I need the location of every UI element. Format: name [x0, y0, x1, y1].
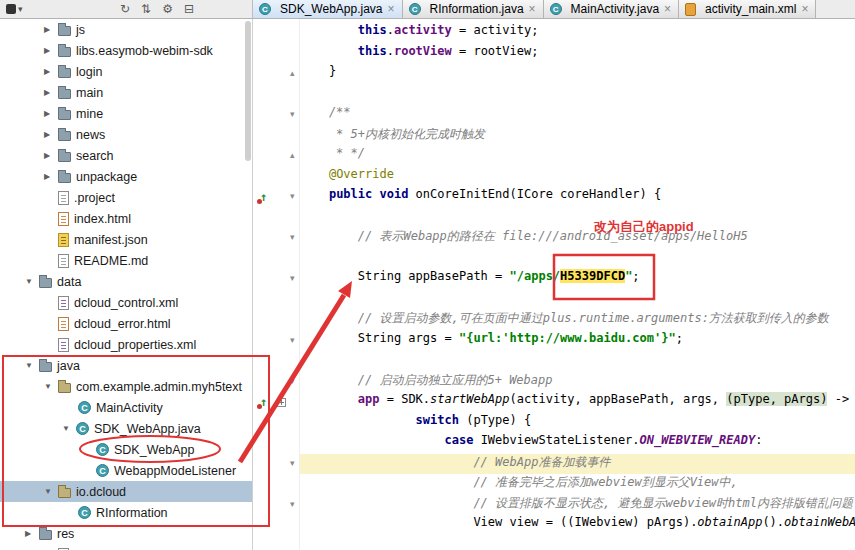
chevron-down-icon[interactable]: ▼ — [62, 424, 76, 433]
chevron-right-icon[interactable]: ▶ — [44, 109, 58, 118]
code-line[interactable]: @Override — [300, 167, 855, 188]
tree-item-js[interactable]: ▶js — [0, 19, 252, 40]
code-line[interactable]: case IWebviewStateListener.ON_WEBVIEW_RE… — [300, 433, 855, 454]
chevron-right-icon[interactable]: ▶ — [44, 172, 58, 181]
project-view-selector[interactable]: ▾ — [6, 4, 23, 14]
collapse-all-icon[interactable]: ⊟ — [184, 0, 194, 18]
override-method-icon[interactable]: ↑ — [257, 191, 270, 204]
chevron-right-icon[interactable]: ▶ — [44, 25, 58, 34]
tree-item-res[interactable]: ▶res — [0, 523, 252, 544]
code-line[interactable]: // 准备完毕之后添加webview到显示父View中, — [300, 474, 855, 495]
code-line[interactable]: // 启动启动独立应用的5+ Webapp — [300, 372, 855, 393]
fold-marker-down-icon[interactable]: ▾ — [290, 233, 295, 242]
tree-item-mainactivity[interactable]: CMainActivity — [0, 397, 252, 418]
tree-item-unpackage[interactable]: ▶unpackage — [0, 166, 252, 187]
fold-marker-down-icon[interactable]: ▾ — [290, 377, 295, 386]
folder-icon — [58, 89, 71, 99]
code-area[interactable]: this.activity = activity; this.rootView … — [300, 19, 855, 550]
close-icon[interactable]: × — [529, 3, 536, 15]
fold-marker-down-icon[interactable]: ▾ — [290, 500, 295, 509]
code-line[interactable]: // WebApp准备加载事件 — [300, 454, 855, 475]
sort-icon[interactable]: ⇅ — [141, 0, 151, 18]
code-line[interactable]: // 设置启动参数,可在页面中通过plus.runtime.arguments:… — [300, 310, 855, 331]
sync-icon[interactable]: ↻ — [120, 0, 130, 18]
code-line[interactable] — [300, 208, 855, 229]
tree-item-data[interactable]: ▼data — [0, 271, 252, 292]
chevron-down-icon[interactable]: ▼ — [25, 361, 39, 370]
editor-tab-sdk-webapp-java[interactable]: CSDK_WebApp.java× — [253, 0, 403, 18]
tree-item-news[interactable]: ▶news — [0, 124, 252, 145]
folder-icon — [39, 362, 52, 372]
code-line[interactable]: switch (pType) { — [300, 413, 855, 434]
close-icon[interactable]: × — [388, 3, 395, 15]
tree-item-manifest-json[interactable]: manifest.json — [0, 229, 252, 250]
code-line[interactable]: * 5+内核初始化完成时触发 — [300, 126, 855, 147]
close-icon[interactable]: × — [664, 3, 671, 15]
editor-tab-rinformation-java[interactable]: CRInformation.java× — [403, 0, 544, 18]
tree-item-io-dcloud[interactable]: ▼io.dcloud — [0, 481, 252, 502]
tree-item-readme-md[interactable]: README.md — [0, 250, 252, 271]
fold-marker-down-icon[interactable]: ▾ — [290, 274, 295, 283]
chevron-right-icon[interactable]: ▶ — [44, 130, 58, 139]
fold-marker-up-icon[interactable]: ▴ — [290, 69, 295, 78]
chevron-right-icon[interactable]: ▶ — [44, 46, 58, 55]
chevron-right-icon[interactable]: ▶ — [44, 88, 58, 97]
fold-marker-up-icon[interactable]: ▴ — [290, 151, 295, 160]
tree-item-rinformation[interactable]: CRInformation — [0, 502, 252, 523]
tree-item-androidmanifest-xml[interactable]: AndroidManifest.xml — [0, 544, 252, 550]
editor-tab-mainactivity-java[interactable]: CMainActivity.java× — [544, 0, 680, 18]
code-line[interactable]: this.rootView = rootView; — [300, 44, 855, 65]
code-line[interactable]: app = SDK.startWebApp(activity, appBaseP… — [300, 392, 855, 413]
tree-item-dcloud-control-xml[interactable]: dcloud_control.xml — [0, 292, 252, 313]
tree-item-sdk-webapp-java[interactable]: ▼CSDK_WebApp.java — [0, 418, 252, 439]
folder-icon — [58, 131, 71, 141]
tree-item-com-example-admin-myh5text[interactable]: ▼com.example.admin.myh5text — [0, 376, 252, 397]
tree-item-project[interactable]: .project — [0, 187, 252, 208]
tree-scrollbar-thumb[interactable] — [245, 21, 251, 161]
tree-item-libs-easymob-webim-sdk[interactable]: ▶libs.easymob-webim-sdk — [0, 40, 252, 61]
code-line[interactable]: // 表示Webapp的路径在 file:///android_asset/ap… — [300, 228, 855, 249]
tree-item-main[interactable]: ▶main — [0, 82, 252, 103]
fold-marker-down-icon[interactable]: ▾ — [290, 192, 295, 201]
code-line[interactable] — [300, 249, 855, 270]
tree-item-mine[interactable]: ▶mine — [0, 103, 252, 124]
tree-item-login[interactable]: ▶login — [0, 61, 252, 82]
tree-item-webappmodelistener[interactable]: CWebappModeListener — [0, 460, 252, 481]
code-line[interactable]: public void onCoreInitEnd(ICore coreHand… — [300, 187, 855, 208]
settings-gear-icon[interactable]: ⚙ — [162, 0, 173, 18]
tree-item-sdk-webapp[interactable]: CSDK_WebApp — [0, 439, 252, 460]
editor-tab-activity-main-xml[interactable]: activity_main.xml× — [679, 0, 816, 18]
close-icon[interactable]: × — [801, 3, 808, 15]
tree-scrollbar[interactable] — [244, 19, 252, 550]
code-line[interactable] — [300, 85, 855, 106]
fold-expand-icon[interactable] — [277, 398, 286, 407]
code-line[interactable]: String appBasePath = "/apps/H5339DFCD"; — [300, 269, 855, 290]
code-line[interactable]: String args = "{url:'http://www.baidu.co… — [300, 331, 855, 352]
tree-item-index-html[interactable]: index.html — [0, 208, 252, 229]
code-line[interactable] — [300, 290, 855, 311]
code-line[interactable]: this.activity = activity; — [300, 23, 855, 44]
tree-item-java[interactable]: ▼java — [0, 355, 252, 376]
chevron-right-icon[interactable]: ▶ — [44, 67, 58, 76]
chevron-down-icon[interactable]: ▼ — [44, 487, 58, 496]
code-line[interactable]: /** — [300, 105, 855, 126]
chevron-down-icon[interactable]: ▼ — [25, 277, 39, 286]
code-line[interactable] — [300, 351, 855, 372]
fold-marker-down-icon[interactable]: ▾ — [290, 459, 295, 468]
class-icon: C — [259, 3, 271, 15]
tree-item-label: main — [76, 86, 103, 100]
chevron-down-icon[interactable]: ▼ — [44, 382, 58, 391]
fold-marker-down-icon[interactable]: ▾ — [290, 110, 295, 119]
tree-item-dcloud-properties-xml[interactable]: dcloud_properties.xml — [0, 334, 252, 355]
code-line[interactable]: // 设置排版不显示状态, 避免显示webview时html内容排版错乱问题 — [300, 495, 855, 516]
code-line[interactable]: * */ — [300, 146, 855, 167]
code-line[interactable]: View view = ((IWebview) pArgs).obtainApp… — [300, 515, 855, 536]
override-method-icon[interactable]: ↑ — [257, 396, 270, 409]
tree-item-search[interactable]: ▶search — [0, 145, 252, 166]
tree-item-dcloud-error-html[interactable]: dcloud_error.html — [0, 313, 252, 334]
chevron-right-icon[interactable]: ▶ — [25, 529, 39, 538]
code-line[interactable]: } — [300, 64, 855, 85]
chevron-right-icon[interactable]: ▶ — [44, 151, 58, 160]
code-editor[interactable]: ↑↑▴▾▴▾▾▾▾▾▾▾ this.activity = activity; t… — [253, 19, 855, 550]
fold-marker-down-icon[interactable]: ▾ — [290, 336, 295, 345]
